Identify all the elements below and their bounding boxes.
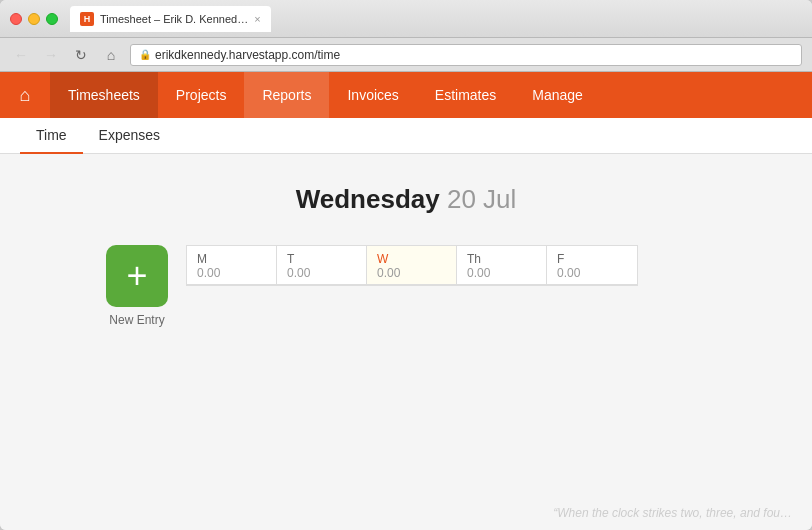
app-container: ⌂ Timesheets Projects Reports Invoices E… — [0, 72, 812, 530]
reload-button[interactable]: ↻ — [70, 44, 92, 66]
sub-nav-expenses[interactable]: Expenses — [83, 118, 176, 154]
browser-tab[interactable]: H Timesheet – Erik D. Kenned… × — [70, 6, 271, 32]
day-tuesday-value: 0.00 — [287, 266, 356, 280]
new-entry-button[interactable]: + New Entry — [106, 245, 168, 327]
tab-bar: H Timesheet – Erik D. Kenned… × — [70, 6, 802, 32]
nav-item-manage-label: Manage — [532, 87, 583, 103]
maximize-button[interactable] — [46, 13, 58, 25]
nav-item-estimates-label: Estimates — [435, 87, 496, 103]
nav-item-reports[interactable]: Reports — [244, 72, 329, 118]
day-thursday: Th 0.00 — [457, 246, 547, 285]
tab-title: Timesheet – Erik D. Kenned… — [100, 13, 248, 25]
nav-item-reports-label: Reports — [262, 87, 311, 103]
day-monday: M 0.00 — [187, 246, 277, 285]
home-button[interactable]: ⌂ — [100, 44, 122, 66]
tab-close-icon[interactable]: × — [254, 13, 260, 25]
nav-item-projects[interactable]: Projects — [158, 72, 245, 118]
day-friday-value: 0.00 — [557, 266, 627, 280]
forward-button[interactable]: → — [40, 44, 62, 66]
day-thursday-value: 0.00 — [467, 266, 536, 280]
day-monday-value: 0.00 — [197, 266, 266, 280]
back-button[interactable]: ← — [10, 44, 32, 66]
nav-item-estimates[interactable]: Estimates — [417, 72, 514, 118]
nav-bar: ⌂ Timesheets Projects Reports Invoices E… — [0, 72, 812, 118]
sub-nav-time[interactable]: Time — [20, 118, 83, 154]
content-area: Wednesday 20 Jul + New Entry M 0.00 — [0, 154, 812, 530]
home-icon: ⌂ — [20, 85, 31, 106]
timesheet-area: + New Entry M 0.00 T 0.00 — [106, 245, 706, 327]
lock-icon: 🔒 — [139, 49, 151, 60]
nav-home-button[interactable]: ⌂ — [0, 72, 50, 118]
day-wednesday-value: 0.00 — [377, 266, 446, 280]
day-thursday-letter: Th — [467, 252, 536, 266]
nav-item-projects-label: Projects — [176, 87, 227, 103]
nav-item-manage[interactable]: Manage — [514, 72, 601, 118]
browser-window: H Timesheet – Erik D. Kenned… × ← → ↻ ⌂ … — [0, 0, 812, 530]
nav-item-timesheets[interactable]: Timesheets — [50, 72, 158, 118]
plus-icon[interactable]: + — [106, 245, 168, 307]
sub-nav-expenses-label: Expenses — [99, 127, 160, 143]
day-friday-letter: F — [557, 252, 627, 266]
url-text: erikdkennedy.harvestapp.com/time — [155, 48, 340, 62]
bottom-quote: “When the clock strikes two, three, and … — [553, 506, 792, 520]
day-tuesday-letter: T — [287, 252, 356, 266]
day-wednesday-letter: W — [377, 252, 446, 266]
nav-items: Timesheets Projects Reports Invoices Est… — [50, 72, 601, 118]
title-bar: H Timesheet – Erik D. Kenned… × — [0, 0, 812, 38]
tab-favicon: H — [80, 12, 94, 26]
day-friday-header: F 0.00 — [547, 246, 637, 285]
minimize-button[interactable] — [28, 13, 40, 25]
date-header: Wednesday 20 Jul — [296, 184, 517, 215]
nav-item-invoices[interactable]: Invoices — [329, 72, 416, 118]
day-friday: F 0.00 — [547, 246, 637, 285]
day-monday-header: M 0.00 — [187, 246, 276, 285]
new-entry-label: New Entry — [109, 313, 164, 327]
address-bar: ← → ↻ ⌂ 🔒 erikdkennedy.harvestapp.com/ti… — [0, 38, 812, 72]
day-tuesday: T 0.00 — [277, 246, 367, 285]
nav-item-timesheets-label: Timesheets — [68, 87, 140, 103]
day-monday-letter: M — [197, 252, 266, 266]
date-value: 20 Jul — [447, 184, 516, 214]
weekday-label: Wednesday — [296, 184, 440, 214]
sub-nav: Time Expenses — [0, 118, 812, 154]
url-bar[interactable]: 🔒 erikdkennedy.harvestapp.com/time — [130, 44, 802, 66]
day-wednesday-header: W 0.00 — [367, 246, 456, 285]
day-wednesday: W 0.00 — [367, 246, 457, 285]
nav-item-invoices-label: Invoices — [347, 87, 398, 103]
day-tuesday-header: T 0.00 — [277, 246, 366, 285]
days-grid: M 0.00 T 0.00 W 0.00 — [186, 245, 638, 286]
day-thursday-header: Th 0.00 — [457, 246, 546, 285]
sub-nav-time-label: Time — [36, 127, 67, 143]
traffic-lights — [10, 13, 58, 25]
close-button[interactable] — [10, 13, 22, 25]
